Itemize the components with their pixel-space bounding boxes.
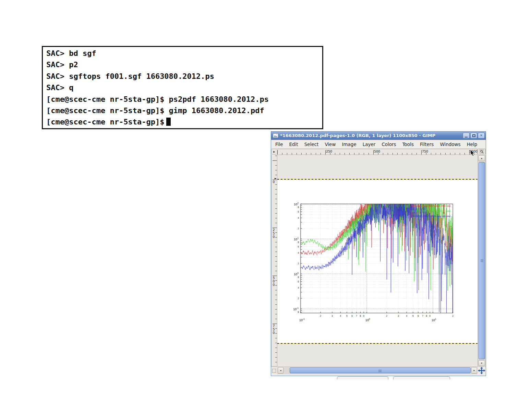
menu-file[interactable]: File bbox=[272, 141, 286, 148]
spectra-plot: 10210110010-1864286428642810-11001012345… bbox=[277, 180, 477, 343]
svg-text:6: 6 bbox=[351, 315, 353, 317]
menu-windows[interactable]: Windows bbox=[437, 141, 463, 148]
svg-text:1663080.2012-WDN.acc.090.sac: 1663080.2012-WDN.acc.090.sac bbox=[410, 209, 451, 213]
svg-text:2: 2 bbox=[298, 227, 299, 230]
svg-text:5: 5 bbox=[346, 315, 348, 317]
svg-text:6: 6 bbox=[298, 245, 299, 248]
terminal-line: [cme@scec-cme nr-5sta-gp]$ ps2pdf 166308… bbox=[46, 94, 319, 105]
svg-text:8: 8 bbox=[298, 206, 299, 208]
scroll-up-button[interactable]: ▴ bbox=[478, 155, 485, 161]
svg-text:4: 4 bbox=[406, 315, 407, 317]
minimize-icon bbox=[465, 137, 468, 137]
svg-text:8: 8 bbox=[298, 311, 299, 313]
terminal-line: SAC> sgftops f001.sgf 1663080.2012.ps bbox=[46, 71, 319, 82]
cropped-statusbar-widget bbox=[393, 376, 450, 379]
scroll-down-button[interactable]: ▾ bbox=[478, 360, 485, 366]
ruler-label: 500 bbox=[272, 276, 275, 287]
svg-text:2: 2 bbox=[386, 315, 387, 317]
terminal-line: SAC> bd sgf bbox=[46, 48, 319, 59]
svg-text:4: 4 bbox=[298, 252, 299, 254]
svg-text:100: 100 bbox=[294, 272, 299, 276]
ruler-label: 500 bbox=[374, 149, 380, 153]
svg-text:100: 100 bbox=[365, 318, 370, 322]
gimp-menubar: File Edit Select View Image Layer Colors… bbox=[271, 140, 486, 149]
mouse-cursor bbox=[470, 150, 475, 157]
magnifier-icon bbox=[480, 149, 484, 154]
gimp-image-icon bbox=[273, 133, 278, 138]
svg-text:2: 2 bbox=[298, 262, 299, 265]
svg-text:7: 7 bbox=[356, 315, 357, 317]
svg-text:101: 101 bbox=[294, 237, 299, 241]
svg-text:4: 4 bbox=[340, 315, 341, 317]
svg-text:3: 3 bbox=[331, 315, 333, 317]
scroll-left-button[interactable]: ◂ bbox=[278, 367, 283, 374]
vertical-ruler[interactable]: 0 250 500 750 ► bbox=[271, 155, 277, 366]
svg-text:6: 6 bbox=[298, 280, 299, 283]
image-menu-button[interactable]: ▶ bbox=[271, 149, 277, 155]
terminal-line: [cme@scec-cme nr-5sta-gp]$ gimp 1663080.… bbox=[46, 105, 319, 116]
terminal-prompt-line: [cme@scec-cme nr-5sta-gp]$ bbox=[46, 116, 319, 128]
menu-view[interactable]: View bbox=[322, 141, 339, 148]
svg-text:102: 102 bbox=[294, 202, 299, 206]
triangle-right-icon: ▶ bbox=[273, 150, 275, 153]
window-title: *1663080.2012.pdf-pages-1.0 (RGB, 1 laye… bbox=[280, 133, 462, 138]
gimp-window: *1663080.2012.pdf-pages-1.0 (RGB, 1 laye… bbox=[271, 131, 486, 376]
svg-text:8: 8 bbox=[360, 315, 361, 317]
menu-filters[interactable]: Filters bbox=[417, 141, 437, 148]
scroll-right-button[interactable]: ▸ bbox=[471, 367, 477, 374]
gimp-titlebar[interactable]: *1663080.2012.pdf-pages-1.0 (RGB, 1 laye… bbox=[271, 132, 486, 140]
gimp-main-area: 0 250 500 750 ► 10210110010-186428642864… bbox=[271, 155, 486, 366]
quick-mask-toggle[interactable] bbox=[271, 367, 277, 374]
ruler-row: ▶ 250 500 750 1000 bbox=[271, 149, 486, 155]
svg-text:2: 2 bbox=[452, 315, 454, 317]
svg-text:9: 9 bbox=[363, 315, 364, 317]
terminal-window: SAC> bd sgf SAC> p2 SAC> sgftops f001.sg… bbox=[42, 46, 323, 129]
terminal-prompt: [cme@scec-cme nr-5sta-gp]$ bbox=[46, 118, 164, 126]
menu-tools[interactable]: Tools bbox=[399, 141, 417, 148]
svg-text:8: 8 bbox=[298, 276, 299, 278]
svg-text:8: 8 bbox=[426, 315, 427, 317]
svg-text:2: 2 bbox=[298, 297, 299, 300]
terminal-cursor[interactable] bbox=[166, 118, 171, 126]
vertical-scrollbar[interactable]: ▴ ▾ bbox=[477, 155, 486, 366]
cropped-statusbar-widget bbox=[337, 376, 388, 379]
close-icon: ✕ bbox=[480, 134, 483, 137]
menu-select[interactable]: Select bbox=[301, 141, 322, 148]
ruler-label: 250 bbox=[272, 228, 275, 239]
arrow-up-icon: ▴ bbox=[481, 157, 482, 160]
menu-layer[interactable]: Layer bbox=[360, 141, 379, 148]
layer-boundary-bottom bbox=[277, 343, 477, 344]
minimize-button[interactable] bbox=[463, 133, 470, 138]
svg-text:4: 4 bbox=[298, 287, 299, 289]
horizontal-scrollbar[interactable]: ◂ ▸ bbox=[277, 367, 477, 374]
navigation-cross-icon bbox=[478, 367, 485, 374]
arrow-right-icon: ▸ bbox=[474, 369, 475, 372]
svg-text:4: 4 bbox=[298, 217, 299, 219]
ruler-label: 750 bbox=[272, 324, 275, 335]
thumb-grip-icon bbox=[481, 259, 483, 262]
close-button[interactable]: ✕ bbox=[478, 133, 485, 138]
svg-text:10-1: 10-1 bbox=[293, 307, 299, 311]
arrow-down-icon: ▾ bbox=[481, 362, 482, 365]
menu-colors[interactable]: Colors bbox=[378, 141, 399, 148]
svg-text:7: 7 bbox=[422, 315, 423, 317]
menu-image[interactable]: Image bbox=[339, 141, 359, 148]
menu-edit[interactable]: Edit bbox=[286, 141, 301, 148]
image-canvas-viewport[interactable]: 10210110010-1864286428642810-11001012345… bbox=[277, 155, 477, 366]
thumb-grip-icon bbox=[379, 370, 382, 372]
svg-text:5: 5 bbox=[412, 315, 414, 317]
maximize-button[interactable] bbox=[470, 133, 477, 138]
svg-text:3: 3 bbox=[398, 315, 399, 317]
horizontal-ruler[interactable]: 250 500 750 1000 bbox=[277, 149, 477, 155]
navigation-preview-button[interactable] bbox=[477, 367, 486, 374]
screenshot-root: SAC> bd sgf SAC> p2 SAC> sgftops f001.sg… bbox=[0, 0, 532, 411]
svg-text:10-1: 10-1 bbox=[299, 318, 305, 322]
maximize-icon bbox=[472, 134, 475, 137]
menu-help[interactable]: Help bbox=[464, 141, 481, 148]
vertical-scroll-thumb[interactable] bbox=[479, 162, 485, 359]
svg-text:8: 8 bbox=[298, 241, 299, 243]
svg-text:6: 6 bbox=[418, 315, 419, 317]
horizontal-scroll-thumb[interactable] bbox=[290, 367, 471, 373]
zoom-follow-window-toggle[interactable] bbox=[477, 149, 486, 155]
svg-text:1663080.2012-WDN.acc.ver.sac: 1663080.2012-WDN.acc.ver.sac bbox=[411, 215, 451, 218]
